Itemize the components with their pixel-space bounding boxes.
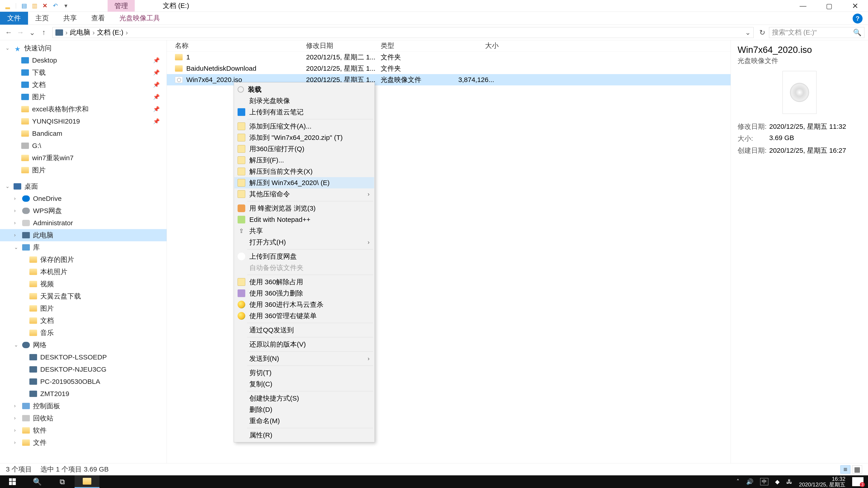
- context-menu-item[interactable]: 添加到压缩文件(A)...: [235, 121, 374, 132]
- context-menu-item[interactable]: 解压到当前文件夹(X): [235, 166, 374, 177]
- tray-network-icon[interactable]: 🖧: [786, 478, 792, 485]
- context-menu-item[interactable]: Edit with Notepad++: [235, 214, 374, 225]
- file-row[interactable]: BaiduNetdiskDownload2020/12/25, 星期五 1...…: [167, 63, 731, 74]
- refresh-button[interactable]: ↻: [757, 28, 767, 37]
- tree-item[interactable]: Bandicam: [0, 127, 166, 140]
- expand-chevron-icon[interactable]: ›: [14, 440, 19, 446]
- nav-recent-dropdown[interactable]: ⌄: [27, 28, 37, 37]
- tree-item[interactable]: ›WPS网盘: [0, 205, 166, 217]
- qat-new-folder-icon[interactable]: ▥: [31, 3, 38, 9]
- minimize-button[interactable]: —: [790, 0, 816, 12]
- context-menu-item[interactable]: 复制(C): [235, 379, 374, 390]
- tree-item[interactable]: ›控制面板: [0, 400, 166, 412]
- tree-item[interactable]: ⌄库: [0, 241, 166, 254]
- expand-chevron-icon[interactable]: ›: [14, 196, 19, 201]
- nav-forward-button[interactable]: →: [16, 28, 25, 37]
- context-menu-item[interactable]: 打开方式(H)›: [235, 236, 374, 248]
- tree-item[interactable]: 下载📌: [0, 66, 166, 78]
- nav-back-button[interactable]: ←: [4, 28, 13, 37]
- ribbon-tab-disc-image-tools[interactable]: 光盘映像工具: [112, 12, 167, 25]
- tree-item[interactable]: ⌄桌面: [0, 180, 166, 193]
- taskbar-search-button[interactable]: 🔍: [25, 475, 50, 488]
- column-date[interactable]: 修改日期: [306, 41, 381, 51]
- qat-undo-icon[interactable]: ↶: [52, 3, 59, 9]
- tree-item[interactable]: 文档📌: [0, 78, 166, 91]
- context-menu-item[interactable]: 发送到(N)›: [235, 353, 374, 364]
- context-menu-item[interactable]: 使用 360解除占用: [235, 276, 374, 288]
- breadcrumb[interactable]: › 此电脑 › 文档 (E:) › ⌄: [53, 27, 754, 38]
- tree-item[interactable]: 视频: [0, 278, 166, 290]
- tree-item[interactable]: 图片: [0, 164, 166, 176]
- tree-item[interactable]: 图片📌: [0, 91, 166, 103]
- tree-item[interactable]: excel表格制作求和📌: [0, 103, 166, 115]
- context-menu-item[interactable]: 还原以前的版本(V): [235, 339, 374, 350]
- context-menu-item[interactable]: 添加到 "Win7x64_2020.zip" (T): [235, 132, 374, 143]
- nav-up-button[interactable]: ↑: [39, 28, 49, 37]
- maximize-button[interactable]: ▢: [816, 0, 842, 12]
- tree-item[interactable]: DESKTOP-NJEU3CG: [0, 363, 166, 376]
- tree-item[interactable]: 音乐: [0, 327, 166, 339]
- context-menu-item[interactable]: 删除(D): [235, 404, 374, 415]
- context-menu-item[interactable]: 重命名(M): [235, 415, 374, 427]
- tray-volume-icon[interactable]: 🔊: [746, 478, 753, 485]
- context-menu-item[interactable]: 解压到 Win7x64_2020\ (E): [235, 177, 374, 188]
- expand-chevron-icon[interactable]: ›: [14, 403, 19, 409]
- context-menu-item[interactable]: 通过QQ发送到: [235, 324, 374, 336]
- context-menu-item[interactable]: 刻录光盘映像: [235, 95, 374, 106]
- expand-chevron-icon[interactable]: ›: [14, 415, 19, 421]
- tree-item[interactable]: Desktop📌: [0, 54, 166, 66]
- ribbon-tab-file[interactable]: 文件: [0, 12, 28, 25]
- tree-item[interactable]: ⌄网络: [0, 339, 166, 351]
- help-button[interactable]: ?: [852, 13, 863, 24]
- tree-item[interactable]: ›软件: [0, 424, 166, 436]
- context-menu-item[interactable]: 使用 360进行木马云查杀: [235, 299, 374, 310]
- qat-explorer-icon[interactable]: ▂: [4, 3, 11, 9]
- expand-chevron-icon[interactable]: ›: [14, 208, 19, 214]
- context-menu-item[interactable]: 用 蜂蜜浏览器 浏览(3): [235, 203, 374, 214]
- column-type[interactable]: 类型: [381, 41, 442, 51]
- tree-item[interactable]: PC-20190530OBLA: [0, 376, 166, 388]
- context-menu-item[interactable]: 解压到(F)...: [235, 155, 374, 166]
- tree-item[interactable]: ›OneDrive: [0, 193, 166, 205]
- expand-chevron-icon[interactable]: ⌄: [14, 245, 19, 250]
- tree-item[interactable]: G:\: [0, 140, 166, 152]
- qat-delete-icon[interactable]: ✕: [42, 3, 48, 9]
- context-menu-item[interactable]: 用360压缩打开(Q): [235, 143, 374, 155]
- taskbar-taskview-button[interactable]: ⧉: [50, 475, 74, 488]
- ribbon-context-tab-title[interactable]: 管理: [107, 0, 135, 12]
- tree-item[interactable]: 图片: [0, 302, 166, 315]
- tray-notifications-button[interactable]: 3: [852, 477, 864, 486]
- tree-item[interactable]: ZMT2019: [0, 388, 166, 400]
- context-menu-item[interactable]: 创建快捷方式(S): [235, 393, 374, 404]
- view-details-button[interactable]: ≡: [840, 465, 850, 474]
- context-menu-item[interactable]: ⇪共享: [235, 225, 374, 236]
- close-button[interactable]: ✕: [842, 0, 868, 12]
- column-name[interactable]: 名称: [175, 41, 306, 51]
- context-menu-item[interactable]: 上传到有道云笔记: [235, 106, 374, 118]
- tree-item[interactable]: 本机照片: [0, 266, 166, 278]
- expand-chevron-icon[interactable]: ›: [14, 220, 19, 226]
- expand-chevron-icon[interactable]: ⌄: [5, 184, 10, 189]
- ribbon-tab-share[interactable]: 共享: [56, 12, 84, 25]
- breadcrumb-current[interactable]: 文档 (E:): [97, 28, 123, 37]
- tree-item[interactable]: 天翼云盘下载: [0, 290, 166, 302]
- tree-item[interactable]: 文档: [0, 315, 166, 327]
- context-menu-item[interactable]: 使用 360管理右键菜单: [235, 310, 374, 322]
- ribbon-tab-home[interactable]: 主页: [28, 12, 56, 25]
- ribbon-tab-view[interactable]: 查看: [84, 12, 112, 25]
- start-button[interactable]: [0, 475, 25, 488]
- expand-chevron-icon[interactable]: ›: [14, 427, 19, 433]
- tree-item[interactable]: ⌄★快速访问: [0, 42, 166, 54]
- tree-item[interactable]: ›此电脑: [0, 229, 166, 241]
- tree-item[interactable]: ›文件: [0, 436, 166, 449]
- tree-item[interactable]: ›回收站: [0, 412, 166, 424]
- breadcrumb-history-dropdown[interactable]: ⌄: [745, 29, 751, 36]
- context-menu-item[interactable]: 剪切(T): [235, 367, 374, 379]
- view-large-icons-button[interactable]: ▦: [852, 465, 862, 474]
- context-menu-item[interactable]: 装载: [235, 84, 374, 95]
- context-menu-item[interactable]: 使用 360强力删除: [235, 288, 374, 299]
- tray-app-icon[interactable]: ◆: [775, 478, 780, 485]
- search-input[interactable]: 搜索"文档 (E:)" 🔍: [769, 27, 864, 38]
- tree-item[interactable]: win7重装win7: [0, 152, 166, 164]
- tray-overflow-button[interactable]: ˄: [737, 478, 739, 485]
